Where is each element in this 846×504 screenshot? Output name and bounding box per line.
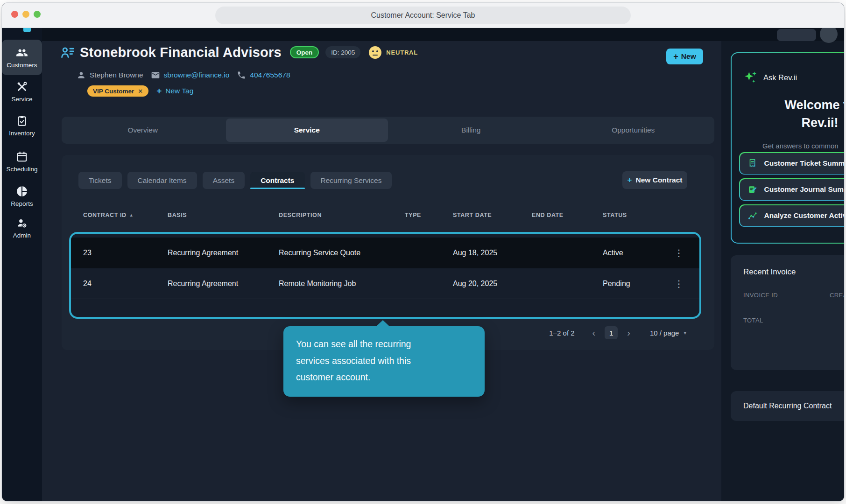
action-label: Analyze Customer Activity bbox=[764, 211, 845, 220]
cell-contract-id: 23 bbox=[83, 249, 168, 257]
receipt-icon bbox=[747, 158, 758, 168]
calendar-icon bbox=[16, 151, 28, 163]
cell-status: Pending bbox=[603, 280, 674, 288]
app-logo-fragment bbox=[23, 28, 31, 32]
column-end-date: END DATE bbox=[532, 212, 603, 218]
total-label: TOTAL bbox=[743, 317, 763, 324]
customer-journal-summary-button[interactable]: Customer Journal Summary bbox=[739, 178, 844, 201]
sidebar-item-scheduling[interactable]: Scheduling bbox=[2, 144, 42, 179]
sidebar-item-label: Admin bbox=[13, 232, 31, 239]
subtab-assets[interactable]: Assets bbox=[203, 172, 245, 189]
plus-icon: + bbox=[627, 175, 632, 185]
subtab-recurring-services[interactable]: Recurring Services bbox=[310, 172, 392, 189]
new-button[interactable]: + New bbox=[666, 49, 703, 64]
action-label: Customer Ticket Summary bbox=[764, 159, 845, 168]
contracts-table-highlight: 23 Recurring Agreement Recurring Service… bbox=[69, 232, 701, 319]
maximize-window-button[interactable] bbox=[34, 11, 41, 18]
pie-chart-icon bbox=[16, 185, 28, 197]
sidebar-item-admin[interactable]: Admin bbox=[2, 210, 42, 245]
app-window: Customer Account: Service Tab Customers … bbox=[2, 3, 844, 501]
plus-icon: + bbox=[156, 86, 162, 96]
pagination: 1–2 of 2 ‹ 1 › 10 / page ▾ bbox=[549, 326, 686, 340]
remove-tag-icon[interactable]: ✕ bbox=[138, 88, 143, 95]
journal-edit-icon bbox=[747, 184, 758, 195]
column-status: STATUS bbox=[603, 212, 674, 218]
ask-revii-panel: Ask Rev.ii Welcome to Rev.ii! Get answer… bbox=[731, 52, 844, 244]
sentiment-label: NEUTRAL bbox=[386, 49, 418, 56]
column-start-date: START DATE bbox=[453, 212, 532, 218]
sidebar-item-service[interactable]: Service bbox=[2, 74, 42, 109]
status-badge: Open bbox=[290, 46, 319, 58]
column-basis: BASIS bbox=[168, 212, 279, 218]
subtab-tickets[interactable]: Tickets bbox=[78, 172, 122, 189]
contracts-table-header: CONTRACT ID ▲ BASIS DESCRIPTION TYPE STA… bbox=[69, 209, 701, 221]
tab-opportunities[interactable]: Opportunities bbox=[552, 117, 715, 144]
topbar-button-fragment[interactable] bbox=[777, 29, 816, 41]
app-top-strip bbox=[2, 28, 844, 41]
welcome-heading: Welcome to Rev.ii! bbox=[780, 96, 844, 132]
contact-phone-link[interactable]: 4047655678 bbox=[250, 71, 290, 79]
analyze-customer-activity-button[interactable]: Analyze Customer Activity bbox=[739, 204, 844, 227]
recent-invoice-card: Recent Invoice INVOICE ID CREATED TOTAL bbox=[731, 255, 844, 370]
row-actions-kebab-icon[interactable]: ⋮ bbox=[674, 247, 684, 259]
new-tag-button[interactable]: + New Tag bbox=[156, 86, 193, 96]
sidebar-item-label: Customers bbox=[7, 62, 37, 69]
pagination-range: 1–2 of 2 bbox=[549, 329, 574, 337]
customer-header: Stonebrook Financial Advisors Open ID: 2… bbox=[60, 42, 418, 63]
caret-down-icon[interactable]: ▾ bbox=[684, 330, 686, 336]
customer-contact-row: Stephen Browne sbrowne@finance.io 404765… bbox=[77, 70, 298, 80]
clipboard-check-icon bbox=[16, 115, 28, 127]
sidebar-item-label: Scheduling bbox=[7, 166, 38, 173]
page-size-select[interactable]: 10 / page bbox=[650, 329, 679, 337]
recent-invoice-title: Recent Invoice bbox=[743, 267, 796, 277]
welcome-subtitle: Get answers to common bbox=[762, 142, 839, 150]
previous-page-icon[interactable]: ‹ bbox=[592, 328, 596, 337]
cell-description: Remote Monitoring Job bbox=[279, 280, 405, 288]
account-tabbar: Overview Service Billing Opportunities bbox=[62, 117, 714, 144]
vip-customer-tag[interactable]: VIP Customer ✕ bbox=[87, 85, 148, 97]
contact-name: Stephen Browne bbox=[90, 71, 143, 79]
subtab-contracts[interactable]: Contracts bbox=[250, 172, 304, 189]
tag-label: VIP Customer bbox=[93, 88, 134, 95]
service-subtabs: Tickets Calendar Items Assets Contracts … bbox=[78, 172, 392, 189]
default-recurring-contract-title: Default Recurring Contract bbox=[743, 402, 832, 410]
contact-email-link[interactable]: sbrowne@finance.io bbox=[164, 71, 230, 79]
sidebar-item-label: Inventory bbox=[9, 130, 35, 137]
sidebar-item-reports[interactable]: Reports bbox=[2, 178, 42, 214]
customer-id-badge: ID: 2005 bbox=[325, 46, 360, 58]
close-window-button[interactable] bbox=[11, 11, 18, 18]
customer-ticket-summary-button[interactable]: Customer Ticket Summary bbox=[739, 152, 844, 175]
column-contract-id[interactable]: CONTRACT ID ▲ bbox=[83, 212, 168, 218]
row-actions-kebab-icon[interactable]: ⋮ bbox=[674, 278, 684, 289]
column-type: TYPE bbox=[405, 212, 453, 218]
tools-icon bbox=[16, 81, 28, 93]
tab-billing[interactable]: Billing bbox=[390, 117, 552, 144]
neutral-face-icon bbox=[369, 46, 381, 59]
cell-basis: Recurring Agreement bbox=[168, 280, 279, 288]
default-recurring-contract-card: Default Recurring Contract bbox=[731, 391, 844, 421]
sidebar-item-inventory[interactable]: Inventory bbox=[2, 108, 42, 143]
subtab-calendar-items[interactable]: Calendar Items bbox=[127, 172, 197, 189]
sidebar-item-label: Reports bbox=[11, 200, 33, 207]
new-tag-label: New Tag bbox=[165, 87, 193, 95]
invoice-id-column-label: INVOICE ID bbox=[743, 292, 778, 299]
action-label: Customer Journal Summary bbox=[764, 185, 845, 194]
table-row[interactable]: 24 Recurring Agreement Remote Monitoring… bbox=[71, 268, 699, 299]
sidebar-item-label: Service bbox=[11, 96, 32, 103]
page-number-button[interactable]: 1 bbox=[605, 326, 618, 339]
table-row[interactable]: 23 Recurring Agreement Recurring Service… bbox=[71, 238, 699, 268]
new-contract-button[interactable]: + New Contract bbox=[622, 171, 687, 189]
tab-overview[interactable]: Overview bbox=[62, 117, 224, 144]
people-icon bbox=[16, 47, 28, 59]
scatter-analytics-icon bbox=[747, 210, 758, 221]
cell-description: Recurring Service Quote bbox=[279, 249, 405, 257]
tab-service[interactable]: Service bbox=[226, 119, 388, 142]
next-page-icon[interactable]: › bbox=[627, 328, 630, 337]
cell-start-date: Aug 20, 2025 bbox=[453, 280, 532, 288]
created-column-label: CREATED bbox=[830, 292, 844, 299]
admin-person-gear-icon bbox=[16, 217, 28, 229]
sort-ascending-icon: ▲ bbox=[129, 213, 134, 217]
window-titlebar: Customer Account: Service Tab bbox=[2, 3, 844, 28]
minimize-window-button[interactable] bbox=[22, 11, 29, 18]
sidebar-item-customers[interactable]: Customers bbox=[2, 40, 42, 75]
